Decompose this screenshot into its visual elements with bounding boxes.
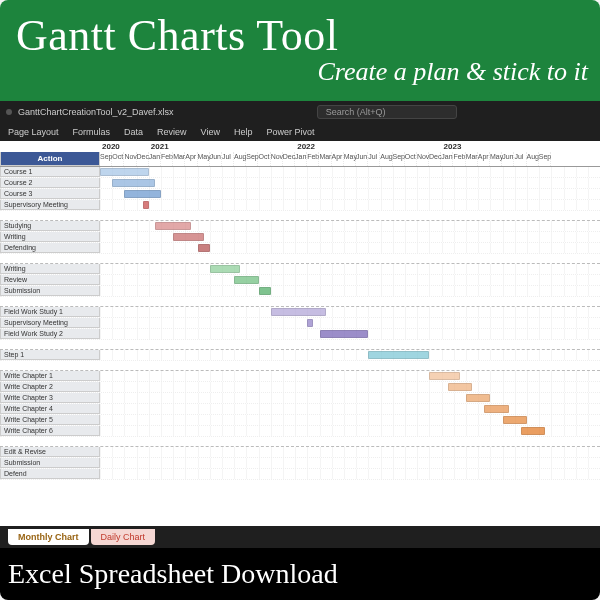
- gantt-bar[interactable]: [259, 287, 271, 295]
- search-input[interactable]: Search (Alt+Q): [317, 105, 457, 119]
- action-cell[interactable]: Submission: [0, 286, 100, 296]
- month-label: Jul: [368, 152, 380, 166]
- gantt-lane: [100, 221, 600, 231]
- table-row: Review: [0, 275, 600, 286]
- action-cell[interactable]: Supervisory Meeting: [0, 200, 100, 210]
- action-cell[interactable]: Field Work Study 2: [0, 329, 100, 339]
- month-label: Mar: [319, 152, 331, 166]
- gantt-bar[interactable]: [124, 190, 161, 198]
- tab-monthly-chart[interactable]: Monthly Chart: [8, 529, 89, 545]
- action-cell[interactable]: Write Chapter 4: [0, 404, 100, 414]
- table-row: Defending: [0, 243, 600, 254]
- gantt-bar[interactable]: [429, 372, 460, 380]
- ribbon-tab[interactable]: Review: [157, 127, 187, 137]
- gantt-lane: [100, 286, 600, 296]
- spreadsheet-area[interactable]: 2020202120222023 Action SepOctNovDecJanF…: [0, 141, 600, 526]
- gantt-lane: [100, 307, 600, 317]
- action-cell[interactable]: Studying: [0, 221, 100, 231]
- gantt-lane: [100, 189, 600, 199]
- excel-window: GanttChartCreationTool_v2_Davef.xlsx Sea…: [0, 101, 600, 548]
- month-label: Sep: [393, 152, 405, 166]
- action-cell[interactable]: Course 3: [0, 189, 100, 199]
- ribbon-tab[interactable]: Formulas: [73, 127, 111, 137]
- ribbon-tab[interactable]: Data: [124, 127, 143, 137]
- action-cell[interactable]: Write Chapter 3: [0, 393, 100, 403]
- gantt-bar[interactable]: [100, 168, 149, 176]
- gantt-lane: [100, 232, 600, 242]
- table-row: Writing: [0, 232, 600, 243]
- action-cell[interactable]: Course 1: [0, 167, 100, 177]
- action-cell[interactable]: Defend: [0, 469, 100, 479]
- gantt-bar[interactable]: [503, 416, 527, 424]
- gantt-bar[interactable]: [521, 427, 545, 435]
- gantt-lane: [100, 329, 600, 339]
- month-label: Dec: [429, 152, 441, 166]
- titlebar: GanttChartCreationTool_v2_Davef.xlsx Sea…: [0, 101, 600, 123]
- month-label: Sep: [246, 152, 258, 166]
- gantt-bar[interactable]: [271, 308, 326, 316]
- month-label: Feb: [453, 152, 465, 166]
- table-row: Write Chapter 3: [0, 393, 600, 404]
- gantt-lane: [100, 458, 600, 468]
- gantt-bar[interactable]: [198, 244, 210, 252]
- table-row: Defend: [0, 469, 600, 480]
- table-row: Field Work Study 2: [0, 329, 600, 340]
- ribbon-tab[interactable]: Power Pivot: [266, 127, 314, 137]
- month-label: Mar: [466, 152, 478, 166]
- month-label: Apr: [185, 152, 197, 166]
- section-divider: [0, 361, 600, 371]
- sheet-tab-bar: Monthly Chart Daily Chart: [0, 526, 600, 548]
- gantt-bar[interactable]: [320, 330, 369, 338]
- gantt-lane: [100, 426, 600, 436]
- action-cell[interactable]: Write Chapter 6: [0, 426, 100, 436]
- ribbon-tab[interactable]: Help: [234, 127, 253, 137]
- month-label: Feb: [307, 152, 319, 166]
- gantt-bar[interactable]: [210, 265, 241, 273]
- promo-banner-bottom: Excel Spreadsheet Download: [0, 548, 600, 600]
- ribbon-tab[interactable]: Page Layout: [8, 127, 59, 137]
- tab-daily-chart[interactable]: Daily Chart: [91, 529, 156, 545]
- action-cell[interactable]: Edit & Revise: [0, 447, 100, 457]
- section-divider: [0, 254, 600, 264]
- gantt-lane: [100, 243, 600, 253]
- month-label: Jan: [441, 152, 453, 166]
- gantt-lane: [100, 447, 600, 457]
- gantt-bar[interactable]: [143, 201, 149, 209]
- action-cell[interactable]: Write Chapter 2: [0, 382, 100, 392]
- gantt-bar[interactable]: [173, 233, 204, 241]
- action-cell[interactable]: Step 1: [0, 350, 100, 360]
- action-cell[interactable]: Writing: [0, 264, 100, 274]
- table-row: Submission: [0, 286, 600, 297]
- gantt-lane: [100, 469, 600, 479]
- action-cell[interactable]: Review: [0, 275, 100, 285]
- gantt-bar[interactable]: [448, 383, 472, 391]
- table-row: Course 3: [0, 189, 600, 200]
- action-cell[interactable]: Writing: [0, 232, 100, 242]
- gantt-lane: [100, 264, 600, 274]
- gantt-bar[interactable]: [484, 405, 508, 413]
- gantt-bar[interactable]: [466, 394, 490, 402]
- table-row: Write Chapter 6: [0, 426, 600, 437]
- action-cell[interactable]: Write Chapter 5: [0, 415, 100, 425]
- month-label: May: [198, 152, 210, 166]
- gantt-bar[interactable]: [112, 179, 155, 187]
- table-row: Submission: [0, 458, 600, 469]
- year-label: 2021: [149, 141, 295, 152]
- gantt-lane: [100, 275, 600, 285]
- action-column-header: Action: [0, 152, 100, 166]
- month-label: Aug: [234, 152, 246, 166]
- month-label: Nov: [417, 152, 429, 166]
- ribbon-tab[interactable]: View: [201, 127, 220, 137]
- gantt-bar[interactable]: [234, 276, 258, 284]
- gantt-bar[interactable]: [155, 222, 192, 230]
- gantt-bar[interactable]: [307, 319, 313, 327]
- action-cell[interactable]: Course 2: [0, 178, 100, 188]
- action-cell[interactable]: Defending: [0, 243, 100, 253]
- gantt-lane: [100, 167, 600, 177]
- action-cell[interactable]: Write Chapter 1: [0, 371, 100, 381]
- table-row: Supervisory Meeting: [0, 318, 600, 329]
- action-cell[interactable]: Submission: [0, 458, 100, 468]
- action-cell[interactable]: Supervisory Meeting: [0, 318, 100, 328]
- action-cell[interactable]: Field Work Study 1: [0, 307, 100, 317]
- gantt-bar[interactable]: [368, 351, 429, 359]
